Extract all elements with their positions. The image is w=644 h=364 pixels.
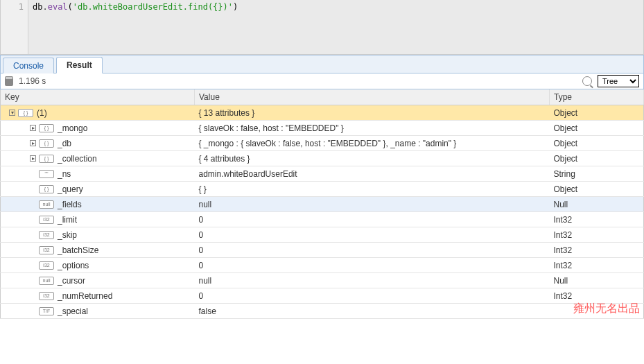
type-icon: i32 — [39, 231, 54, 239]
cell-key: i32_numReturned — [1, 288, 195, 304]
result-toolbar: 1.196 s Tree — [0, 73, 644, 89]
type-icon: { } — [39, 155, 54, 163]
table-row[interactable]: { }_mongo{ slaveOk : false, host : "EMBE… — [1, 121, 644, 136]
table-row[interactable]: i32_limit0Int32 — [1, 212, 644, 227]
key-label: _mongo — [58, 123, 87, 133]
expand-icon[interactable] — [30, 155, 36, 162]
cell-key: { }_db — [1, 136, 195, 151]
cell-value: { slaveOk : false, host : "EMBEDDED" } — [195, 121, 550, 136]
key-label: _ns — [58, 169, 71, 179]
tree-spacer — [30, 216, 36, 223]
tree-spacer — [30, 201, 36, 207]
result-table: Key Value Type { }(1){ 13 attributes }Ob… — [0, 89, 644, 319]
cell-type: Int32 — [550, 243, 644, 258]
table-row[interactable]: i32_batchSize0Int32 — [1, 243, 644, 258]
code-line[interactable]: db.eval('db.whiteBoardUserEdit.find({})'… — [28, 0, 643, 54]
column-type[interactable]: Type — [550, 89, 644, 105]
search-icon[interactable] — [582, 76, 592, 86]
cell-key: ""_ns — [1, 166, 195, 182]
key-label: _options — [58, 261, 89, 270]
cell-value: { } — [195, 182, 550, 197]
code-token-method: eval — [48, 2, 68, 12]
key-label: _cursor — [58, 276, 85, 286]
tab-result[interactable]: Result — [56, 57, 103, 73]
type-icon: null — [39, 277, 54, 285]
table-row[interactable]: { }_collection{ 4 attributes }Object — [1, 151, 644, 166]
key-label: _collection — [58, 154, 97, 164]
expand-icon[interactable] — [30, 125, 36, 131]
expand-icon[interactable] — [30, 140, 36, 146]
key-label: _query — [58, 184, 83, 194]
table-row[interactable]: { }_db{ _mongo : { slaveOk : false, host… — [1, 136, 644, 151]
line-number-gutter: 1 — [1, 0, 28, 54]
code-token-string: 'db.whiteBoardUserEdit.find({})' — [73, 2, 233, 12]
tree-spacer — [30, 277, 36, 284]
cell-type: Null — [550, 273, 644, 288]
table-row[interactable]: null_fieldsnullNull — [1, 197, 644, 212]
tree-spacer — [30, 308, 36, 314]
cell-type — [550, 304, 644, 319]
cell-value: 0 — [195, 243, 550, 258]
key-label: _special — [58, 306, 88, 316]
cell-value: 0 — [195, 258, 550, 273]
tree-spacer — [30, 186, 36, 192]
type-icon: i32 — [39, 292, 54, 300]
cell-type: Object — [550, 182, 644, 197]
tab-console[interactable]: Console — [3, 58, 54, 73]
cell-key: { }_query — [1, 182, 195, 197]
column-value[interactable]: Value — [195, 89, 550, 105]
column-key[interactable]: Key — [1, 89, 195, 105]
table-header-row: Key Value Type — [1, 89, 644, 105]
type-icon: i32 — [39, 246, 54, 254]
tree-spacer — [30, 262, 36, 268]
tree-spacer — [30, 171, 36, 177]
cell-value: 0 — [195, 227, 550, 243]
cell-type: Int32 — [550, 227, 644, 243]
key-label: _batchSize — [58, 245, 98, 255]
code-editor[interactable]: 1 db.eval('db.whiteBoardUserEdit.find({}… — [0, 0, 644, 55]
table-row[interactable]: { }(1){ 13 attributes }Object — [1, 105, 644, 121]
cell-type: Object — [550, 105, 644, 121]
cell-value: { 13 attributes } — [195, 105, 550, 121]
cell-key: { }_collection — [1, 151, 195, 166]
execution-time: 1.196 s — [19, 76, 46, 86]
result-icon — [5, 76, 13, 86]
type-icon: null — [39, 200, 54, 209]
table-row[interactable]: ""_nsadmin.whiteBoardUserEditString — [1, 166, 644, 182]
cell-key: T/F_special — [1, 304, 195, 319]
cell-key: i32_limit — [1, 212, 195, 227]
cell-key: i32_options — [1, 258, 195, 273]
cell-value: false — [195, 304, 550, 319]
cell-key: null_cursor — [1, 273, 195, 288]
table-row[interactable]: i32_numReturned0Int32 — [1, 288, 644, 304]
table-row[interactable]: { }_query{ }Object — [1, 182, 644, 197]
table-row[interactable]: i32_skip0Int32 — [1, 227, 644, 243]
cell-key: null_fields — [1, 197, 195, 212]
cell-type: Object — [550, 151, 644, 166]
cell-value: { _mongo : { slaveOk : false, host : "EM… — [195, 136, 550, 151]
cell-key: i32_skip — [1, 227, 195, 243]
cell-type: String — [550, 166, 644, 182]
tree-spacer — [30, 247, 36, 253]
table-row[interactable]: null_cursornullNull — [1, 273, 644, 288]
tree-spacer — [30, 232, 36, 238]
code-token-dot: . — [42, 2, 47, 12]
code-token-close-paren: ) — [233, 2, 238, 12]
app-root: 1 db.eval('db.whiteBoardUserEdit.find({}… — [0, 0, 644, 319]
type-icon: i32 — [39, 216, 54, 224]
type-icon: { } — [18, 109, 33, 117]
code-token-object: db — [33, 2, 42, 12]
type-icon: { } — [39, 139, 54, 148]
table-row[interactable]: i32_options0Int32 — [1, 258, 644, 273]
view-mode-select[interactable]: Tree — [598, 75, 639, 87]
cell-type: Int32 — [550, 258, 644, 273]
table-row[interactable]: T/F_specialfalse — [1, 304, 644, 319]
key-label: (1) — [37, 108, 47, 118]
cell-value: 0 — [195, 288, 550, 304]
type-icon: { } — [39, 124, 54, 132]
tree-spacer — [30, 293, 36, 299]
key-label: _numReturned — [58, 291, 112, 301]
cell-key: { }(1) — [1, 105, 195, 121]
cell-type: Null — [550, 197, 644, 212]
collapse-icon[interactable] — [9, 110, 15, 116]
